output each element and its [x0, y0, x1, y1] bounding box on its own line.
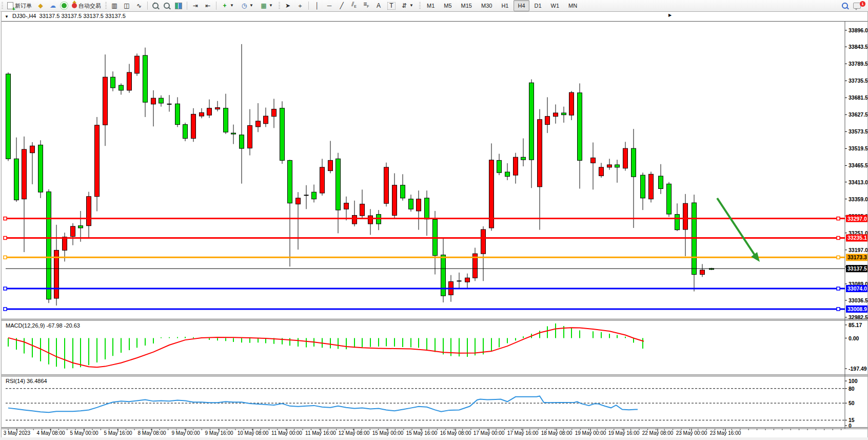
text-button[interactable]: A — [373, 0, 384, 11]
new-order-icon: + — [7, 2, 13, 9]
notification-badge: 1 — [860, 1, 865, 7]
candle — [183, 125, 188, 139]
candle — [78, 226, 83, 228]
crosshair-button[interactable]: ＋ — [294, 0, 306, 11]
time-label: 9 May 00:00 — [171, 430, 200, 436]
macd-tick-label: -197.49 — [849, 366, 867, 372]
chart-corner-arrow-icon[interactable]: ▶ — [668, 13, 672, 17]
candle — [135, 56, 140, 73]
line-chart-button[interactable]: ∿ — [133, 0, 145, 11]
candle — [352, 215, 357, 224]
timeframe-M5[interactable]: M5 — [440, 0, 456, 11]
cursor-button[interactable]: ➤ — [282, 0, 293, 11]
line-anchor — [837, 287, 840, 290]
zoom-out-icon: − — [164, 3, 170, 9]
macd-tick-label: 85.17 — [849, 322, 862, 328]
rsi-line — [8, 396, 638, 412]
timeframe-H4[interactable]: H4 — [514, 0, 529, 11]
line-anchor — [837, 256, 840, 259]
signals-icon — [62, 3, 67, 8]
candle — [599, 167, 604, 176]
main-toolbar: + 新订单 ◆ ☁ 自动交易 ▥ ◫ ∿ + − ⇥ ⇤ +▼ ◷▼ ▦▼ ➤ … — [0, 0, 868, 12]
timeframe-H1[interactable]: H1 — [497, 0, 512, 11]
candle — [231, 133, 236, 134]
market-icon: ◆ — [37, 2, 44, 10]
line-anchor — [837, 236, 840, 239]
community-icon: ☁ — [49, 2, 56, 10]
timeframe-W1[interactable]: W1 — [547, 0, 564, 11]
fibonacci-button[interactable]: ≡F — [361, 0, 372, 11]
timeframe-D1[interactable]: D1 — [530, 0, 546, 11]
vertical-line-button[interactable]: │ — [311, 0, 323, 11]
toolbar-grip — [279, 2, 280, 9]
time-label: 10 May 08:00 — [238, 430, 269, 436]
candle — [87, 197, 91, 226]
bar-chart-icon: ▥ — [111, 2, 118, 10]
macd-tick-label: 0.00 — [849, 335, 859, 341]
timeframe-MN[interactable]: MN — [564, 0, 581, 11]
search-button[interactable] — [840, 0, 850, 11]
time-label: 5 May 00:00 — [70, 430, 98, 436]
cursor-icon: ➤ — [284, 2, 291, 10]
candle — [320, 167, 325, 193]
label-button[interactable]: T — [385, 0, 398, 11]
candle — [151, 98, 156, 104]
price-label-33137.5: 33137.5 — [847, 265, 867, 272]
time-label: 5 May 16:00 — [104, 430, 132, 436]
timeframe-M30[interactable]: M30 — [477, 0, 496, 11]
time-label: 11 May 16:00 — [305, 430, 336, 436]
candle — [569, 92, 574, 115]
chart-shift-button[interactable]: ⇤ — [202, 0, 213, 11]
candle — [700, 270, 705, 275]
price-tick-label: 33681.5 — [849, 94, 867, 101]
trendline-button[interactable]: ╱ — [336, 0, 347, 11]
zoom-in-button[interactable]: + — [150, 0, 161, 11]
toolbar-grip — [419, 2, 421, 9]
timeframe-M15[interactable]: M15 — [457, 0, 476, 11]
line-anchor — [837, 308, 840, 311]
market-button[interactable]: ◆ — [35, 0, 46, 11]
candle-chart-button[interactable]: ◫ — [121, 0, 132, 11]
trend-arrow-head[interactable] — [751, 252, 760, 262]
candle — [368, 216, 373, 224]
community-button[interactable]: ☁ — [47, 0, 58, 11]
candle — [215, 108, 220, 109]
new-order-label: 新订单 — [15, 2, 32, 10]
candle — [119, 85, 124, 90]
horizontal-line-button[interactable]: ─ — [324, 0, 335, 11]
chat-button[interactable]: 1 — [851, 0, 863, 11]
bar-chart-button[interactable]: ▥ — [109, 0, 120, 11]
line-anchor — [837, 217, 840, 220]
toolbar-separator — [308, 2, 309, 10]
price-tick-label: 33843.5 — [849, 44, 867, 50]
autotrading-button[interactable]: 自动交易 — [70, 0, 103, 11]
arrows-button[interactable]: ⇵▼ — [399, 0, 417, 11]
candle — [607, 165, 612, 167]
auto-scroll-button[interactable]: ⇥ — [190, 0, 201, 11]
zoom-out-button[interactable]: − — [162, 0, 172, 11]
time-label: 15 May 16:00 — [406, 430, 438, 436]
indicators-button[interactable]: +▼ — [219, 0, 238, 11]
candle — [344, 203, 349, 209]
candle — [264, 116, 268, 124]
candle — [256, 121, 261, 127]
candle — [248, 125, 252, 148]
candle — [47, 192, 51, 299]
signals-button[interactable] — [60, 0, 69, 11]
templates-button[interactable]: ▦▼ — [258, 0, 277, 11]
candle — [667, 184, 672, 214]
chart-collapse-icon[interactable]: ▼ — [5, 14, 9, 19]
trend-arrow[interactable] — [717, 198, 755, 256]
chart-canvas[interactable]: 33896.033843.533789.533735.533681.533627… — [2, 12, 867, 437]
candle — [441, 255, 446, 296]
candle — [6, 74, 11, 159]
candle — [514, 157, 518, 175]
tile-windows-button[interactable] — [173, 0, 184, 11]
zoom-in-icon: + — [152, 3, 159, 9]
candle — [675, 215, 680, 230]
channel-button[interactable]: ⫽E — [348, 0, 360, 11]
timeframe-M1[interactable]: M1 — [423, 0, 439, 11]
toolbar-separator — [216, 2, 216, 10]
periods-button[interactable]: ◷▼ — [239, 0, 257, 11]
new-order-button[interactable]: + 新订单 — [5, 0, 34, 11]
